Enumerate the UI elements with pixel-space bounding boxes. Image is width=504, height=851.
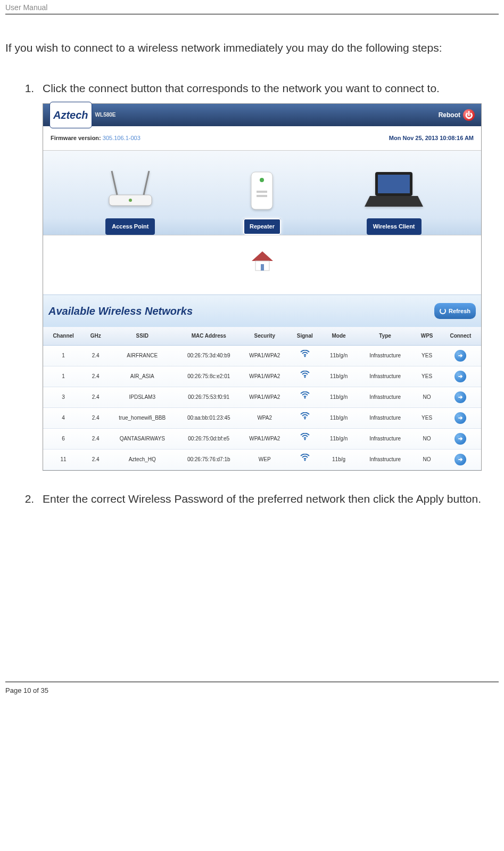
svg-point-3 [129,199,132,202]
cell-signal [288,428,321,449]
refresh-label: Refresh [449,305,470,317]
cell-mode: 11b/g/n [321,366,356,387]
svg-point-19 [304,459,305,461]
table-row: 32.4IPDSLAM300:26:75:53:f0:91WPA1/WPA211… [43,387,481,407]
step-1-text: Click the connect button that correspond… [43,82,440,94]
mode-ap-label: Access Point [105,218,155,234]
svg-rect-13 [261,264,264,271]
cell-channel: 4 [43,407,84,428]
svg-rect-6 [257,191,267,193]
cell-type: Infrastructure [357,387,414,407]
svg-marker-11 [252,251,273,261]
cell-type: Infrastructure [357,428,414,449]
firmware-label: Firmware version: [51,135,101,141]
cell-wps: NO [414,449,440,470]
cell-security: WEP [241,449,288,470]
cell-wps: YES [414,345,440,366]
cell-wps: NO [414,428,440,449]
connect-button[interactable]: ➔ [455,391,466,403]
cell-channel: 3 [43,387,84,407]
cell-ssid: Aztech_HQ [108,449,177,470]
cell-type: Infrastructure [357,407,414,428]
logo-wrap: Aztech WL580E [49,102,115,128]
cell-connect: ➔ [440,387,481,407]
table-row: 12.4AIRFRANCE00:26:75:3d:40:b9WPA1/WPA21… [43,345,481,366]
cell-connect: ➔ [440,449,481,470]
firmware-version: Firmware version: 305.106.1-003 [51,132,141,144]
sub-bar: Firmware version: 305.106.1-003 Mon Nov … [43,126,481,150]
table-row: 12.4AIR_ASIA00:26:75:8c:e2:01WPA1/WPA211… [43,366,481,387]
mode-selector: Access Point Repeater [43,150,481,235]
cell-mac: 00:26:75:8c:e2:01 [177,366,241,387]
table-row: 62.4QANTASAIRWAYS00:26:75:0d:bf:e5WPA1/W… [43,428,481,449]
cell-mac: 00:26:75:76:d7:1b [177,449,241,470]
wifi-signal-icon [300,412,310,420]
cell-mac: 00:26:75:3d:40:b9 [177,345,241,366]
refresh-icon [440,308,446,314]
col-mode: Mode [321,327,356,346]
router-icon [98,161,162,217]
cell-ssid: IPDSLAM3 [108,387,177,407]
col-ghz: GHz [84,327,108,346]
col-wps: WPS [414,327,440,346]
connect-button[interactable]: ➔ [455,412,466,424]
top-bar: Aztech WL580E Reboot ⏻ [43,104,481,126]
cell-ghz: 2.4 [84,428,108,449]
svg-line-2 [144,171,149,195]
col-ssid: SSID [108,327,177,346]
svg-point-16 [304,397,305,398]
cell-ghz: 2.4 [84,387,108,407]
connect-button[interactable]: ➔ [455,371,466,382]
cell-signal [288,449,321,470]
home-icon[interactable] [249,250,276,272]
step-2: Enter the correct Wireless Password of t… [37,487,499,511]
section-header: Available Wireless Networks Refresh [43,294,481,327]
cell-mac: 00:aa:bb:01:23:45 [177,407,241,428]
cell-mac: 00:26:75:0d:bf:e5 [177,428,241,449]
cell-ghz: 2.4 [84,345,108,366]
wifi-signal-icon [300,391,310,399]
svg-line-1 [112,171,117,195]
cell-ssid: true_homewifi_BBB [108,407,177,428]
section-title: Available Wireless Networks [48,299,193,323]
connect-button[interactable]: ➔ [455,350,466,362]
cell-channel: 1 [43,366,84,387]
cell-signal [288,366,321,387]
cell-wps: NO [414,387,440,407]
mode-access-point[interactable]: Access Point [98,161,162,234]
page-footer: Page 10 of 35 [5,682,499,699]
firmware-value: 305.106.1-003 [103,135,141,141]
repeater-icon [230,161,294,217]
connect-button[interactable]: ➔ [455,433,466,445]
table-row: 112.4Aztech_HQ00:26:75:76:d7:1bWEP11b/gI… [43,449,481,470]
cell-type: Infrastructure [357,366,414,387]
connect-button[interactable]: ➔ [455,454,466,465]
col-channel: Channel [43,327,84,346]
cell-mode: 11b/g/n [321,407,356,428]
cell-connect: ➔ [440,407,481,428]
cell-ssid: QANTASAIRWAYS [108,428,177,449]
wifi-signal-icon [300,454,310,461]
wifi-signal-icon [300,433,310,440]
step-1: Click the connect button that correspond… [37,76,499,471]
cell-wps: YES [414,366,440,387]
wifi-signal-icon [300,371,310,378]
reboot-button[interactable]: Reboot ⏻ [439,108,475,122]
mode-repeater[interactable]: Repeater [230,161,294,234]
reboot-label: Reboot [439,108,460,122]
cell-signal [288,387,321,407]
svg-point-5 [260,178,264,182]
cell-security: WPA2 [241,407,288,428]
power-icon: ⏻ [463,109,475,121]
cell-type: Infrastructure [357,345,414,366]
laptop-icon [362,161,426,217]
cell-security: WPA1/WPA2 [241,345,288,366]
col-security: Security [241,327,288,346]
refresh-button[interactable]: Refresh [434,303,476,319]
cell-mode: 11b/g/n [321,387,356,407]
step-2-text: Enter the correct Wireless Password of t… [43,493,481,505]
mode-wireless-client[interactable]: Wireless Client [362,161,426,234]
page-header: User Manual [5,0,499,14]
cell-wps: YES [414,407,440,428]
cell-ghz: 2.4 [84,366,108,387]
